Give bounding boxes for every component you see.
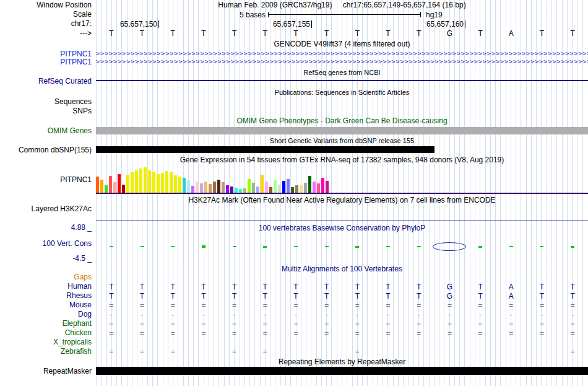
multiz-row-label-elephant[interactable]: Elephant [0, 320, 92, 328]
base-cell [435, 348, 465, 356]
publications-track-title[interactable]: Publications: Sequences in Scientific Ar… [96, 89, 588, 97]
gtex-expression-bar[interactable] [217, 180, 220, 193]
snps-track-label[interactable]: SNPs [0, 107, 92, 115]
h3k27ac-track-label[interactable]: Layered H3K27Ac [0, 205, 92, 213]
refseq-track-title[interactable]: RefSeq genes from NCBI [96, 69, 588, 77]
gtex-expression-bar[interactable] [256, 186, 259, 193]
gtex-expression-bar[interactable] [222, 182, 225, 193]
gtex-expression-bar[interactable] [174, 175, 177, 193]
gencode-gene-line[interactable]: >>>>>>>>>>>>>>>>>>>>>>>>>>>>>>>>>>>>>>>>… [96, 58, 588, 66]
gtex-expression-bar[interactable] [196, 182, 199, 193]
omim-genes-label[interactable]: OMIM Genes [0, 127, 92, 135]
gtex-expression-bar[interactable] [152, 172, 155, 193]
base-cell: T [219, 283, 250, 291]
gtex-expression-bar[interactable] [144, 167, 147, 193]
gtex-expression-bar[interactable] [126, 175, 129, 193]
gtex-expression-bar[interactable] [178, 177, 181, 193]
gtex-gene-label[interactable]: PITPNC1 [0, 176, 92, 184]
gtex-expression-bar[interactable] [161, 173, 164, 193]
gtex-expression-bar[interactable] [183, 178, 186, 193]
gencode-track-title[interactable]: GENCODE V49lift37 (4 items filtered out) [96, 40, 588, 48]
dbsnp-track-title[interactable]: Short Genetic Variants from dbSNP releas… [96, 137, 588, 145]
dbsnp-variant-bar[interactable] [96, 146, 435, 153]
gtex-expression-bar[interactable] [170, 172, 173, 193]
gtex-expression-bar[interactable] [131, 172, 134, 193]
phylop-conservation-mark [509, 246, 513, 247]
repeatmasker-track-title[interactable]: Repeating Elements by RepeatMasker [96, 358, 588, 366]
gtex-expression-bar[interactable] [230, 186, 233, 193]
gtex-expression-bar[interactable] [300, 185, 303, 193]
gtex-expression-bar[interactable] [287, 179, 290, 193]
gtex-expression-bar[interactable] [226, 185, 229, 193]
base-cell: = [219, 320, 250, 328]
gtex-expression-bar[interactable] [317, 183, 320, 193]
repeatmasker-bar[interactable] [96, 367, 588, 375]
gtex-expression-bar[interactable] [261, 175, 264, 193]
gtex-expression-chart[interactable] [96, 165, 588, 193]
gtex-expression-bar[interactable] [187, 180, 190, 193]
multiz-row-label-chicken[interactable]: Chicken [0, 329, 92, 337]
base-cell: - [249, 310, 280, 319]
phylop-signal-track[interactable] [96, 232, 588, 263]
base-cell [404, 273, 435, 282]
phylop-track-label[interactable]: 100 Vert. Cons [0, 240, 92, 248]
gtex-expression-bar[interactable] [269, 187, 272, 193]
multiz-row-label-gaps[interactable]: Gaps [0, 273, 92, 281]
gtex-expression-bar[interactable] [118, 174, 121, 193]
gtex-expression-bar[interactable] [265, 182, 268, 193]
gtex-expression-bar[interactable] [148, 170, 151, 193]
gtex-expression-bar[interactable] [304, 183, 307, 193]
base-cell [280, 273, 311, 282]
sequences-track-label[interactable]: Sequences [0, 98, 92, 106]
gencode-gene-line[interactable]: >>>>>>>>>>>>>>>>>>>>>>>>>>>>>>>>>>>>>>>>… [96, 50, 588, 58]
gtex-expression-bar[interactable] [274, 180, 277, 193]
multiz-track-title[interactable]: Multiz Alignments of 100 Vertebrates [96, 265, 588, 273]
gencode-gene-label-pitpnc1[interactable]: PITPNC1 [0, 58, 92, 66]
gtex-expression-bar[interactable] [282, 181, 285, 193]
gtex-expression-bar[interactable] [105, 185, 108, 193]
gtex-expression-bar[interactable] [157, 174, 160, 193]
multiz-row-label-xtropicalis[interactable]: X_tropicalis [0, 338, 92, 346]
gtex-expression-bar[interactable] [135, 170, 138, 193]
gtex-expression-bar[interactable] [278, 185, 281, 193]
omim-gene-bar[interactable] [96, 127, 588, 134]
gtex-expression-bar[interactable] [248, 179, 251, 193]
gtex-expression-bar[interactable] [109, 176, 112, 193]
repeatmasker-label[interactable]: RepeatMasker [0, 367, 92, 375]
gtex-expression-bar[interactable] [213, 182, 216, 193]
gtex-track-title[interactable]: Gene Expression in 54 tissues from GTEx … [96, 156, 588, 164]
gtex-expression-bar[interactable] [100, 180, 103, 193]
refseq-curated-label[interactable]: RefSeq Curated [0, 77, 92, 86]
multiz-row-label-mouse[interactable]: Mouse [0, 301, 92, 309]
gtex-expression-bar[interactable] [243, 188, 246, 193]
gtex-expression-bar[interactable] [235, 188, 238, 193]
gtex-expression-bar[interactable] [291, 187, 294, 193]
gtex-expression-bar[interactable] [313, 182, 316, 193]
gtex-expression-bar[interactable] [165, 171, 168, 193]
base-cell: - [404, 310, 435, 319]
gtex-expression-bar[interactable] [308, 176, 311, 193]
phylop-track-title[interactable]: 100 vertebrates Basewise Conservation by… [96, 224, 588, 232]
dbsnp-track-label[interactable]: Common dbSNP(155) [0, 146, 92, 154]
h3k27ac-track-title[interactable]: H3K27Ac Mark (Often Found Near Active Re… [96, 196, 588, 204]
gtex-expression-bar[interactable] [139, 169, 142, 193]
gtex-expression-bar[interactable] [321, 178, 324, 193]
multiz-row-label-rhesus[interactable]: Rhesus [0, 292, 92, 300]
multiz-row-label-dog[interactable]: Dog [0, 310, 92, 318]
gtex-expression-bar[interactable] [295, 185, 298, 193]
base-cell [557, 338, 588, 347]
gtex-expression-bar[interactable] [209, 184, 212, 193]
gtex-expression-bar[interactable] [122, 185, 125, 193]
omim-track-title[interactable]: OMIM Gene Phenotypes - Dark Green Can Be… [96, 117, 588, 125]
gtex-expression-bar[interactable] [113, 182, 116, 193]
gtex-expression-bar[interactable] [200, 183, 203, 193]
gtex-expression-bar[interactable] [252, 183, 255, 193]
gtex-expression-bar[interactable] [326, 181, 329, 193]
gtex-expression-bar[interactable] [204, 182, 207, 193]
gtex-expression-bar[interactable] [191, 186, 194, 193]
multiz-row-label-zebrafish[interactable]: Zebrafish [0, 348, 92, 356]
gtex-expression-bar[interactable] [96, 177, 99, 193]
base-cell: = [249, 320, 280, 328]
multiz-row-label-human[interactable]: Human [0, 283, 92, 291]
refseq-gene-line[interactable] [96, 80, 588, 81]
